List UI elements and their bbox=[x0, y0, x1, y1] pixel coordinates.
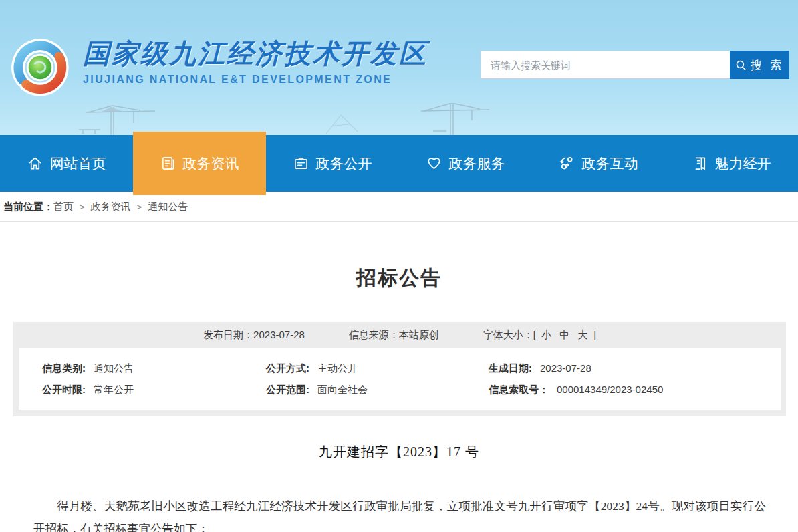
info-field-method: 公开方式:主动公开 bbox=[266, 362, 489, 375]
nav-label: 政务公开 bbox=[316, 154, 372, 173]
site-header: 国家级九江经济技术开发区 JIUJIANG NATIONAL E&T DEVEL… bbox=[0, 0, 798, 135]
breadcrumb: 当前位置： 首页 > 政务资讯 > 通知公告 bbox=[0, 192, 798, 222]
publish-date: 发布日期：2023-07-28 bbox=[203, 329, 305, 342]
info-value: 常年公开 bbox=[94, 384, 134, 395]
font-size-control: 字体大小：[ 小 中 大 ] bbox=[483, 329, 596, 342]
nav-label: 政务服务 bbox=[449, 154, 505, 173]
article-body-paragraph: 得月楼、天鹅苑老旧小区改造工程经九江经济技术开发区行政审批局批复，立项批准文号九… bbox=[33, 495, 766, 532]
magnifier-icon bbox=[735, 59, 747, 71]
nav-item-interaction[interactable]: 政务互动 bbox=[532, 135, 665, 192]
meta-row: 发布日期：2023-07-28 信息来源：本站原创 字体大小：[ 小 中 大 ] bbox=[13, 322, 786, 348]
info-field-index-number: 信息索取号：000014349/2023-02450 bbox=[489, 384, 781, 396]
info-label: 信息类别: bbox=[42, 362, 86, 374]
font-size-bracket: ] bbox=[593, 329, 596, 340]
page-title: 招标公告 bbox=[0, 265, 798, 292]
nav-item-home[interactable]: 网站首页 bbox=[0, 135, 133, 192]
info-value: 主动公开 bbox=[317, 362, 358, 374]
search-button[interactable]: 搜 索 bbox=[730, 51, 789, 79]
info-value: 2023-07-28 bbox=[540, 362, 591, 374]
font-size-label: 字体大小：[ bbox=[483, 329, 536, 340]
article: 招标公告 发布日期：2023-07-28 信息来源：本站原创 字体大小：[ 小 … bbox=[0, 265, 798, 532]
site-logo[interactable]: 国家级九江经济技术开发区 JIUJIANG NATIONAL E&T DEVEL… bbox=[8, 35, 428, 100]
search-input[interactable] bbox=[481, 51, 730, 79]
info-value: 000014349/2023-02450 bbox=[557, 384, 663, 395]
nav-item-service[interactable]: 政务服务 bbox=[399, 135, 532, 192]
info-value: 面向全社会 bbox=[317, 384, 368, 395]
logo-emblem-icon bbox=[8, 35, 72, 100]
interaction-icon bbox=[559, 156, 575, 171]
nav-label: 网站首页 bbox=[50, 154, 106, 173]
document-info-table: 信息类别:通知公告 公开方式:主动公开 生成日期:2023-07-28 公开时限… bbox=[19, 348, 781, 410]
breadcrumb-home[interactable]: 首页 bbox=[53, 201, 74, 213]
site-subtitle: JIUJIANG NATIONAL E&T DEVELOPMENT ZONE bbox=[83, 74, 428, 86]
info-label: 生成日期: bbox=[489, 362, 532, 374]
nav-item-charm[interactable]: 魅力经开 bbox=[665, 135, 798, 192]
home-icon bbox=[27, 156, 43, 171]
info-label: 公开方式: bbox=[266, 362, 309, 374]
info-label: 信息索取号： bbox=[489, 384, 549, 395]
news-doc-icon bbox=[160, 156, 176, 171]
search-button-label: 搜 索 bbox=[751, 57, 785, 73]
font-size-large[interactable]: 大 bbox=[578, 329, 588, 340]
main-nav: 网站首页 政务资讯 政务公开 政务服务 bbox=[0, 135, 798, 192]
info-field-duration: 公开时限:常年公开 bbox=[42, 384, 266, 396]
nav-label: 政务资讯 bbox=[183, 154, 239, 173]
info-source: 信息来源：本站原创 bbox=[349, 329, 439, 342]
nav-label: 魅力经开 bbox=[715, 154, 771, 173]
document-number: 九开建招字【2023】17 号 bbox=[0, 443, 798, 461]
breadcrumb-news[interactable]: 政务资讯 bbox=[91, 201, 131, 213]
breadcrumb-separator: > bbox=[137, 202, 142, 212]
info-value: 通知公告 bbox=[94, 362, 134, 374]
breadcrumb-separator: > bbox=[80, 202, 85, 212]
nav-item-news[interactable]: 政务资讯 bbox=[133, 132, 266, 195]
article-meta-panel: 发布日期：2023-07-28 信息来源：本站原创 字体大小：[ 小 中 大 ]… bbox=[13, 322, 786, 416]
heart-icon bbox=[426, 156, 442, 171]
info-field-category: 信息类别:通知公告 bbox=[42, 362, 266, 375]
crane-silhouettes bbox=[0, 103, 798, 135]
info-label: 公开范围: bbox=[266, 384, 309, 395]
id-card-icon bbox=[293, 156, 309, 171]
breadcrumb-label: 当前位置： bbox=[3, 201, 53, 213]
book-icon bbox=[692, 156, 708, 171]
info-label: 公开时限: bbox=[42, 384, 86, 395]
nav-label: 政务互动 bbox=[582, 154, 638, 173]
info-field-scope: 公开范围:面向全社会 bbox=[266, 384, 489, 396]
font-size-medium[interactable]: 中 bbox=[559, 329, 569, 340]
font-size-small[interactable]: 小 bbox=[541, 329, 551, 340]
nav-item-disclosure[interactable]: 政务公开 bbox=[266, 135, 399, 192]
site-title: 国家级九江经济技术开发区 bbox=[83, 39, 428, 69]
info-field-gen-date: 生成日期:2023-07-28 bbox=[489, 362, 781, 375]
breadcrumb-notices[interactable]: 通知公告 bbox=[148, 201, 188, 213]
search-box: 搜 索 bbox=[481, 51, 789, 79]
